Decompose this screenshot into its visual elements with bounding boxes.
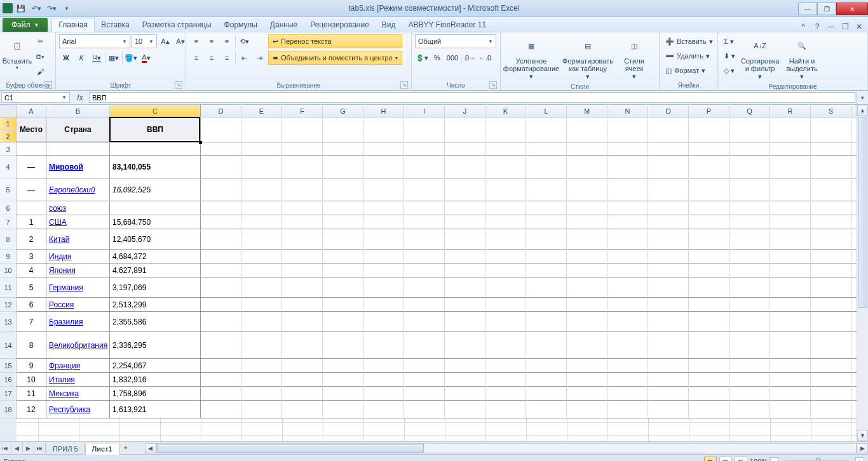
align-center-icon[interactable]: ≡ — [205, 51, 219, 65]
delete-cells-button[interactable]: ➖ Удалить ▾ — [663, 49, 715, 63]
horizontal-scrollbar[interactable]: ◀ ▶ — [145, 442, 868, 454]
table-row[interactable]: 7Бразилия2,355,586 — [17, 312, 857, 332]
format-cells-button[interactable]: ◫ Формат ▾ — [663, 63, 715, 77]
hscroll-left-icon[interactable]: ◀ — [145, 443, 156, 453]
scroll-up-icon[interactable]: ▲ — [857, 105, 868, 116]
accounting-format-icon[interactable]: 💲▾ — [415, 51, 429, 65]
row-header-12[interactable]: 12 — [0, 298, 17, 312]
col-header-D[interactable]: D — [201, 105, 241, 117]
name-box[interactable]: C1▼ — [1, 92, 70, 103]
table-row[interactable]: 8Великобритания2,336,295 — [17, 332, 857, 359]
ribbon-tab-7[interactable]: ABBYY FineReader 11 — [402, 18, 493, 32]
col-header-N[interactable]: N — [607, 105, 648, 117]
ribbon-tab-0[interactable]: Главная — [51, 18, 95, 32]
align-middle-icon[interactable]: ≡ — [205, 34, 219, 48]
font-size-combo[interactable]: 10▼ — [132, 34, 157, 48]
conditional-formatting-button[interactable]: ▦Условное форматирование▾ — [504, 34, 559, 82]
comma-format-icon[interactable]: 000 — [445, 51, 459, 65]
row-header-4[interactable]: 4 — [0, 156, 17, 178]
col-header-O[interactable]: O — [648, 105, 689, 117]
view-normal-icon[interactable]: ▦ — [704, 457, 717, 462]
find-select-button[interactable]: 🔍Найти и выделить▾ — [782, 34, 822, 82]
row-header-14[interactable]: 14 — [0, 332, 17, 359]
format-painter-icon[interactable]: 🖌 — [33, 65, 47, 79]
vscroll-thumb[interactable] — [858, 117, 867, 308]
insert-cells-button[interactable]: ➕ Вставить ▾ — [663, 34, 715, 48]
cell-styles-button[interactable]: ◫Стили ячеек▾ — [617, 34, 651, 82]
sheet-tab-0[interactable]: ПРИЛ 5 — [46, 444, 85, 455]
col-header-L[interactable]: L — [526, 105, 567, 117]
paste-button[interactable]: 📋 Вставить▾ — [3, 34, 31, 72]
percent-format-icon[interactable]: % — [430, 51, 444, 65]
col-header-C[interactable]: C — [110, 105, 201, 117]
vertical-scrollbar[interactable]: ▲ ▼ — [857, 105, 868, 441]
help-icon[interactable]: ? — [812, 22, 822, 32]
file-tab[interactable]: Файл▼ — [3, 18, 48, 32]
decrease-indent-icon[interactable]: ⇤ — [237, 51, 251, 65]
row-header-16[interactable]: 16 — [0, 373, 17, 387]
font-name-combo[interactable]: Arial▼ — [59, 34, 130, 48]
view-page-break-icon[interactable]: ▥ — [735, 457, 747, 462]
sort-filter-button[interactable]: A↓ZСортировка и фильтр▾ — [740, 34, 780, 82]
number-launcher-icon[interactable]: ↘ — [489, 81, 497, 89]
close-button[interactable]: ✕ — [836, 3, 868, 15]
merge-center-button[interactable]: ⬌Объединить и поместить в центре▾ — [268, 51, 402, 65]
table-row[interactable]: 5Германия3,197,069 — [17, 277, 857, 298]
increase-indent-icon[interactable]: ⇥ — [252, 51, 266, 65]
ribbon-tab-3[interactable]: Формулы — [218, 18, 264, 32]
font-color-icon[interactable]: A▾ — [139, 51, 153, 65]
orientation-icon[interactable]: ⟲▾ — [237, 34, 251, 48]
table-row[interactable]: 10Италия1,832,916 — [17, 373, 857, 387]
bold-button[interactable]: Ж — [59, 51, 73, 65]
col-header-R[interactable]: R — [770, 105, 811, 117]
hscroll-right-icon[interactable]: ▶ — [857, 443, 868, 453]
fill-button[interactable]: ⬇ ▾ — [721, 49, 738, 63]
fill-color-icon[interactable]: 🪣▾ — [124, 51, 138, 65]
align-top-icon[interactable]: ≡ — [189, 34, 203, 48]
cells-area[interactable]: МестоСтранаВВП—Мировой83,140,055—Европей… — [17, 117, 857, 441]
increase-font-icon[interactable]: A▴ — [158, 34, 172, 48]
formula-expand-icon[interactable]: ▾ — [857, 91, 868, 104]
col-header-F[interactable]: F — [282, 105, 323, 117]
row-header-17[interactable]: 17 — [0, 387, 17, 401]
minimize-ribbon-icon[interactable]: ^ — [798, 22, 808, 32]
clear-button[interactable]: ◇ ▾ — [721, 63, 738, 77]
row-header-1[interactable]: 1 — [0, 117, 17, 130]
table-row[interactable]: 1США15,684,750 — [17, 215, 857, 229]
new-sheet-icon[interactable]: ✦ — [119, 442, 132, 454]
col-header-G[interactable]: G — [323, 105, 363, 117]
table-row[interactable]: —Европейский16,092,525 — [17, 178, 857, 201]
alignment-launcher-icon[interactable]: ↘ — [400, 81, 408, 89]
sheet-nav-last-icon[interactable]: ⏭ — [34, 442, 46, 454]
sheet-nav-next-icon[interactable]: ▶ — [23, 442, 34, 454]
zoom-in-icon[interactable]: + — [855, 457, 864, 462]
col-header-M[interactable]: M — [567, 105, 607, 117]
table-row[interactable]: —Мировой83,140,055 — [17, 156, 857, 178]
wrap-text-button[interactable]: ↩Перенос текста — [268, 34, 402, 48]
table-row[interactable]: 11Мексика1,758,896 — [17, 387, 857, 401]
align-right-icon[interactable]: ≡ — [220, 51, 234, 65]
table-header-gdp[interactable]: ВВП — [110, 117, 201, 142]
sheet-nav-first-icon[interactable]: ⏮ — [0, 442, 11, 454]
col-header-K[interactable]: K — [485, 105, 526, 117]
table-row[interactable]: 12Республика1,613,921 — [17, 401, 857, 418]
sheet-nav-prev-icon[interactable]: ◀ — [11, 442, 23, 454]
window-minimize-inner-icon[interactable]: — — [826, 22, 836, 32]
qat-redo-icon[interactable]: ↷▾ — [44, 2, 58, 15]
maximize-button[interactable]: ❐ — [817, 3, 836, 15]
col-header-Q[interactable]: Q — [729, 105, 770, 117]
col-header-I[interactable]: I — [404, 105, 445, 117]
window-restore-inner-icon[interactable]: ❐ — [840, 22, 850, 32]
row-header-9[interactable]: 9 — [0, 250, 17, 264]
minimize-button[interactable]: — — [798, 3, 817, 15]
borders-icon[interactable]: ▦▾ — [107, 51, 121, 65]
sheet-tab-1[interactable]: Лист1 — [85, 444, 119, 455]
copy-icon[interactable]: ⧉▾ — [33, 50, 47, 63]
row-header-7[interactable]: 7 — [0, 215, 17, 229]
qat-undo-icon[interactable]: ↶▾ — [29, 2, 43, 15]
col-header-P[interactable]: P — [689, 105, 729, 117]
view-page-layout-icon[interactable]: ▤ — [719, 457, 732, 462]
zoom-level[interactable]: 100% — [750, 458, 768, 462]
autosum-button[interactable]: Σ ▾ — [721, 34, 738, 48]
row-header-5[interactable]: 5 — [0, 178, 17, 201]
